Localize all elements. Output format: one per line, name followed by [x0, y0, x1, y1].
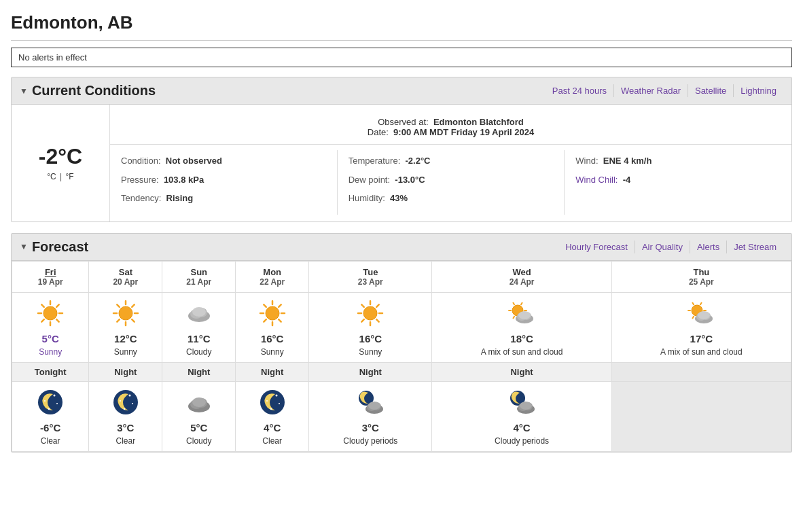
forecast-day-header-2: Sun21 Apr	[162, 261, 236, 292]
svg-point-71	[124, 408, 125, 409]
forecast-night-icon-0	[15, 387, 86, 419]
forecast-night-temp-5: 4°C	[435, 422, 608, 433]
jet-stream-link[interactable]: Jet Stream	[726, 241, 783, 253]
fahrenheit-link[interactable]: °F	[66, 172, 74, 181]
observed-label: Observed at:	[378, 117, 428, 127]
svg-line-4	[41, 319, 44, 322]
svg-point-31	[363, 306, 377, 320]
unit-separator: |	[60, 172, 62, 181]
forecast-night-icon-2	[165, 387, 232, 419]
forecast-night-cell-4: 3°C Cloudy periods	[309, 381, 432, 451]
alerts-bar: No alerts in effect	[11, 48, 792, 67]
pressure-row: Pressure: 103.8 kPa	[121, 173, 326, 187]
forecast-night-cell-2: 5°C Cloudy	[162, 381, 236, 451]
current-temp: -2°C	[39, 144, 82, 169]
forecast-day-desc-1: Sunny	[92, 347, 159, 357]
conditions-body: -2°C °C | °F Observed at: Edmonton Blatc…	[12, 105, 791, 221]
satellite-link[interactable]: Satellite	[688, 84, 733, 97]
svg-line-24	[279, 319, 281, 322]
forecast-day-cell-6: 17°C A mix of sun and cloud	[611, 292, 791, 362]
night-label-cell-3: Night	[236, 362, 309, 381]
forecast-night-temp-4: 3°C	[312, 422, 429, 433]
forecast-day-icon-2	[165, 298, 232, 330]
forecast-high-temp-5: 18°C	[435, 333, 608, 344]
current-conditions-title: ▼ Current Conditions	[20, 83, 156, 99]
humidity-row: Humidity: 43%	[349, 192, 554, 205]
svg-point-64	[44, 400, 46, 402]
svg-line-46	[521, 302, 522, 304]
svg-line-33	[377, 319, 380, 322]
forecast-day-cell-5: 18°C A mix of sun and cloud	[432, 292, 611, 362]
svg-point-65	[56, 403, 58, 404]
svg-line-35	[362, 319, 365, 322]
svg-line-54	[693, 316, 694, 318]
dewpoint-row: Dew point: -13.0°C	[349, 173, 554, 187]
svg-line-30	[279, 304, 281, 307]
forecast-night-temp-1: 3°C	[92, 422, 159, 433]
forecast-day-icon-1	[92, 298, 159, 330]
svg-line-15	[117, 304, 120, 307]
conditions-col-2: Temperature: -2.2°C Dew point: -13.0°C H…	[338, 150, 565, 215]
forecast-day-cell-3: 16°C Sunny	[236, 292, 309, 362]
forecast-day-header-0: Fri19 Apr	[12, 261, 89, 292]
forecast-day-header-4: Tue23 Apr	[309, 261, 432, 292]
forecast-day-desc-4: Sunny	[312, 347, 429, 357]
tendency-label: Tendency:	[121, 193, 161, 203]
svg-point-70	[132, 403, 133, 404]
svg-line-26	[264, 319, 266, 322]
forecast-day-cell-4: 16°C Sunny	[309, 292, 432, 362]
forecast-night-temp-2: 5°C	[165, 422, 232, 433]
forecast-night-icon-4	[312, 387, 429, 419]
windchill-link[interactable]: Wind Chill:	[575, 175, 618, 185]
tendency-value: Rising	[166, 193, 194, 203]
temperature-value: -2.2°C	[406, 156, 431, 166]
forecast-day-desc-0: Sunny	[15, 347, 86, 357]
svg-line-28	[264, 304, 266, 307]
svg-line-6	[41, 304, 44, 307]
alerts-link[interactable]: Alerts	[690, 241, 726, 253]
celsius-link[interactable]: °C	[47, 172, 56, 181]
svg-line-45	[514, 302, 515, 304]
condition-value: Not observed	[166, 156, 222, 166]
tendency-row: Tendency: Rising	[121, 192, 326, 205]
hourly-forecast-link[interactable]: Hourly Forecast	[558, 241, 635, 253]
current-conditions-header: ▼ Current Conditions Past 24 hours Weath…	[12, 77, 791, 105]
forecast-collapse-arrow[interactable]: ▼	[20, 242, 28, 251]
windchill-value: -4	[623, 175, 631, 185]
forecast-day-cell-1: 12°C Sunny	[89, 292, 162, 362]
conditions-observed: Observed at: Edmonton Blatchford Date: 9…	[110, 111, 791, 145]
forecast-header-row: Fri19 AprSat20 AprSun21 AprMon22 AprTue2…	[12, 261, 791, 292]
wind-label: Wind:	[575, 156, 598, 166]
night-label-cell-1: Night	[89, 362, 162, 381]
forecast-links: Hourly Forecast Air Quality Alerts Jet S…	[558, 241, 783, 253]
svg-point-75	[192, 397, 206, 407]
svg-point-80	[270, 408, 271, 409]
night-label-cell-2: Night	[162, 362, 236, 381]
conditions-col-1: Condition: Not observed Pressure: 103.8 …	[110, 150, 338, 215]
forecast-day-icon-4	[312, 298, 429, 330]
night-label-cell-6	[611, 362, 791, 381]
forecast-day-icon-5	[435, 298, 608, 330]
weather-radar-link[interactable]: Weather Radar	[613, 84, 688, 97]
svg-point-85	[368, 402, 380, 410]
forecast-night-icon-3	[238, 387, 306, 419]
date-label: Date:	[368, 127, 389, 137]
temp-panel: -2°C °C | °F	[12, 105, 110, 221]
forecast-day-icon-6	[615, 298, 788, 330]
temperature-row: Temperature: -2.2°C	[349, 154, 554, 168]
svg-point-0	[43, 306, 57, 320]
lightning-link[interactable]: Lightning	[733, 84, 783, 97]
svg-point-78	[266, 400, 268, 402]
forecast-day-desc-2: Cloudy	[165, 347, 232, 357]
collapse-arrow[interactable]: ▼	[20, 86, 28, 96]
svg-point-63	[54, 394, 56, 396]
forecast-header: ▼ Forecast Hourly Forecast Air Quality A…	[12, 234, 791, 261]
forecast-night-cell-3: 4°C Clear	[236, 381, 309, 451]
dewpoint-label: Dew point:	[349, 175, 390, 185]
svg-line-57	[700, 302, 702, 304]
dewpoint-value: -13.0°C	[395, 175, 425, 185]
past-24-hours-link[interactable]: Past 24 hours	[546, 84, 613, 97]
air-quality-link[interactable]: Air Quality	[635, 241, 690, 253]
forecast-night-desc-1: Clear	[92, 436, 159, 446]
svg-point-22	[266, 306, 279, 320]
